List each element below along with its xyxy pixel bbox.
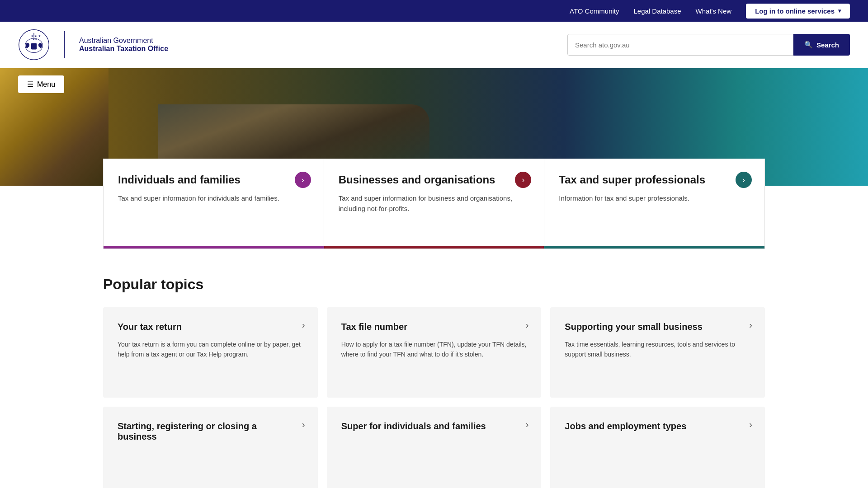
search-button-label: Search — [816, 41, 839, 49]
topics-grid: Your tax return Your tax return is a for… — [103, 307, 765, 488]
individuals-card-title: Individuals and families — [118, 174, 309, 186]
svg-text:★ ★ ★: ★ ★ ★ — [31, 34, 41, 38]
agency-title: Australian Taxation Office — [79, 45, 168, 53]
popular-topics-section: Popular topics Your tax return Your tax … — [0, 249, 868, 488]
topic-tax-return-desc: Your tax return is a form you can comple… — [118, 339, 303, 360]
svg-rect-3 — [31, 43, 37, 50]
header: ★ ★ ★ ★★ Australian Government Australia… — [0, 22, 868, 68]
topic-small-business-title: Supporting your small business — [565, 322, 750, 332]
topic-small-business-arrow-icon: › — [749, 320, 752, 330]
topic-starting-business-arrow-icon: › — [302, 419, 305, 430]
topic-starting-business[interactable]: Starting, registering or closing a busin… — [103, 407, 318, 488]
businesses-card-desc: Tax and super information for business a… — [339, 193, 530, 214]
logo-area: ★ ★ ★ ★★ Australian Government Australia… — [18, 29, 168, 61]
businesses-card-title: Businesses and organisations — [339, 174, 530, 186]
search-area: 🔍 Search — [567, 34, 850, 56]
top-nav: ATO Community Legal Database What's New … — [0, 0, 868, 22]
government-crest-icon: ★ ★ ★ ★★ — [18, 29, 50, 61]
topic-tax-file-number-desc: How to apply for a tax file number (TFN)… — [341, 339, 527, 360]
topic-tax-file-number-arrow-icon: › — [526, 320, 529, 330]
topic-jobs-employment[interactable]: Jobs and employment types › — [550, 407, 765, 488]
topic-tax-return-arrow-icon: › — [302, 320, 305, 330]
login-button[interactable]: Log in to online services ▾ — [746, 4, 850, 19]
businesses-card-bar — [324, 246, 544, 249]
search-input[interactable] — [567, 34, 793, 56]
category-cards: Individuals and families Tax and super i… — [0, 159, 868, 249]
topic-super-individuals[interactable]: Super for individuals and families › — [327, 407, 542, 488]
government-title: Australian Government — [79, 37, 168, 45]
whats-new-link[interactable]: What's New — [696, 7, 732, 15]
login-chevron-icon: ▾ — [838, 8, 841, 14]
topic-super-individuals-arrow-icon: › — [526, 419, 529, 430]
businesses-card[interactable]: Businesses and organisations Tax and sup… — [324, 159, 544, 249]
professionals-card-title: Tax and super professionals — [559, 174, 750, 186]
individuals-card[interactable]: Individuals and families Tax and super i… — [103, 159, 324, 249]
menu-label: Menu — [37, 80, 55, 89]
professionals-card-desc: Information for tax and super profession… — [559, 193, 750, 204]
topic-tax-return[interactable]: Your tax return Your tax return is a for… — [103, 307, 318, 398]
topic-jobs-employment-title: Jobs and employment types — [565, 421, 750, 432]
menu-button[interactable]: ☰ Menu — [18, 75, 64, 93]
professionals-card-arrow-icon[interactable]: › — [736, 172, 752, 188]
individuals-card-bar — [104, 246, 324, 249]
topic-super-individuals-title: Super for individuals and families — [341, 421, 527, 432]
legal-database-link[interactable]: Legal Database — [633, 7, 681, 15]
svg-text:★★: ★★ — [33, 38, 37, 41]
topic-jobs-employment-arrow-icon: › — [749, 419, 752, 430]
topic-small-business-desc: Tax time essentials, learning resources,… — [565, 339, 750, 360]
search-icon: 🔍 — [804, 41, 813, 49]
logo-divider — [64, 31, 65, 58]
professionals-card-bar — [544, 246, 764, 249]
popular-topics-title: Popular topics — [103, 276, 765, 293]
search-button[interactable]: 🔍 Search — [793, 34, 850, 56]
menu-icon: ☰ — [27, 80, 33, 89]
topic-tax-file-number-title: Tax file number — [341, 322, 527, 332]
topic-tax-file-number[interactable]: Tax file number How to apply for a tax f… — [327, 307, 542, 398]
professionals-card[interactable]: Tax and super professionals Information … — [544, 159, 765, 249]
logo-text: Australian Government Australian Taxatio… — [79, 37, 168, 53]
login-label: Log in to online services — [755, 7, 835, 15]
topic-starting-business-title: Starting, registering or closing a busin… — [118, 421, 303, 442]
ato-community-link[interactable]: ATO Community — [570, 7, 619, 15]
topic-small-business[interactable]: Supporting your small business Tax time … — [550, 307, 765, 398]
topic-tax-return-title: Your tax return — [118, 322, 303, 332]
individuals-card-arrow-icon[interactable]: › — [295, 172, 311, 188]
individuals-card-desc: Tax and super information for individual… — [118, 193, 309, 204]
